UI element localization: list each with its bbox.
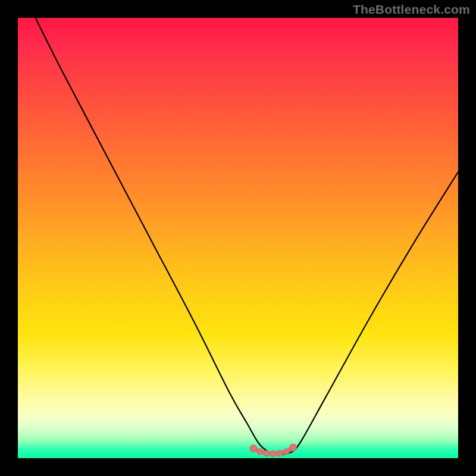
bottleneck-curve — [36, 18, 458, 455]
chart-frame: TheBottleneck.com — [0, 0, 476, 476]
marker-dot — [257, 449, 263, 455]
marker-dot — [250, 445, 257, 452]
plot-area — [18, 18, 458, 458]
marker-dot — [270, 451, 276, 457]
flat-bottom-markers — [250, 444, 297, 456]
watermark-text: TheBottleneck.com — [353, 2, 470, 17]
marker-dot — [264, 450, 270, 456]
marker-dot — [290, 444, 297, 451]
marker-dot — [277, 450, 283, 456]
marker-dot — [283, 449, 289, 455]
chart-svg — [18, 18, 458, 458]
